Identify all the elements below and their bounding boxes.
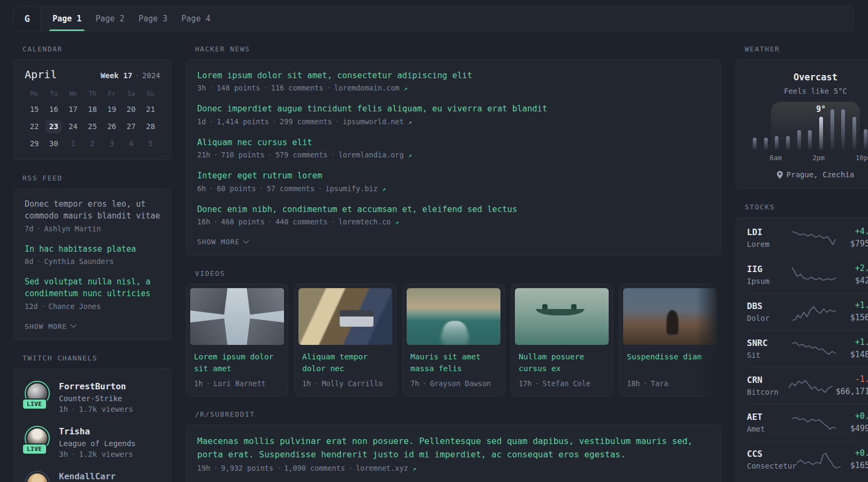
rss-show-more-button[interactable]: SHOW MORE	[25, 322, 76, 330]
stock-row[interactable]: AHS+0.46%	[747, 478, 868, 482]
rss-item-title[interactable]: Sed volutpat nulla nisl, a condimentum n…	[25, 276, 160, 300]
twitch-channel-meta: 1h·1.7k viewers	[59, 405, 133, 413]
stocks-section-label: STOCKS	[745, 203, 868, 211]
weather-location[interactable]: Prague, Czechia	[748, 170, 868, 179]
calendar-day[interactable]: 27	[123, 120, 139, 133]
video-card[interactable]: Nullam posuere cursus ex17h·Stefan Cole	[511, 284, 613, 396]
calendar-section-label: CALENDAR	[23, 45, 171, 53]
meta-part: 3h	[59, 450, 68, 458]
video-card[interactable]: Aliquam tempor dolor nec pharetra…1h·Mol…	[294, 284, 396, 396]
hackernews-item-title[interactable]: Donec imperdiet augue tincidunt felis al…	[197, 103, 710, 115]
video-title[interactable]: Suspendisse diam	[627, 351, 713, 375]
video-thumbnail	[298, 288, 392, 345]
calendar-day[interactable]: 29	[26, 137, 42, 150]
hackernews-item: Integer eget rutrum lorem6h·60 points·57…	[197, 170, 710, 192]
twitch-channel-game: Counter-Strike	[59, 394, 133, 403]
dot-separator: ·	[318, 184, 322, 193]
calendar-day[interactable]: 22	[26, 120, 42, 133]
tab-page-2[interactable]: Page 2	[88, 7, 131, 31]
video-card[interactable]: Lorem ipsum dolor sit amet consectetu…1h…	[186, 284, 288, 396]
stock-price: $795.18	[839, 239, 868, 248]
item-domain-link[interactable]: ipsumworld.net ↗	[343, 117, 412, 126]
hackernews-item-title[interactable]: Integer eget rutrum lorem	[197, 170, 710, 182]
hackernews-item-title[interactable]: Aliquam nec cursus elit	[197, 137, 710, 148]
weather-bar	[841, 109, 845, 150]
calendar-day[interactable]: 21	[143, 103, 159, 116]
calendar-day[interactable]: 5	[143, 137, 159, 150]
weather-hour-label: 6am	[769, 154, 782, 162]
calendar-day[interactable]: 26	[104, 120, 120, 133]
dot-separator: ·	[206, 379, 210, 388]
video-card[interactable]: Suspendisse diam18h·Tara	[619, 284, 721, 396]
calendar-day[interactable]: 16	[46, 103, 62, 116]
video-title[interactable]: Aliquam tempor dolor nec pharetra…	[302, 351, 388, 375]
calendar-day[interactable]: 30	[46, 137, 62, 150]
dashboard-page: G Page 1Page 2Page 3Page 4 CALENDAR Apri…	[0, 0, 868, 482]
calendar-day[interactable]: 2	[84, 137, 100, 150]
calendar-day[interactable]: 20	[123, 103, 139, 116]
stock-id: DBSDolor	[747, 301, 792, 322]
calendar-day[interactable]: 25	[84, 120, 100, 133]
weather-bar	[797, 130, 801, 150]
stock-sparkline	[792, 265, 838, 285]
tab-page-3[interactable]: Page 3	[131, 7, 174, 31]
video-thumbnail	[190, 288, 284, 345]
meta-part: 21h	[197, 150, 210, 159]
video-title[interactable]: Lorem ipsum dolor sit amet consectetu…	[194, 351, 280, 375]
stock-name: Lorem	[747, 240, 792, 248]
app-logo[interactable]: G	[14, 7, 41, 31]
hackernews-item-title[interactable]: Lorem ipsum dolor sit amet, consectetur …	[197, 70, 710, 81]
stock-row[interactable]: SNRCSit+1.36%$148.64	[747, 330, 868, 367]
calendar-day[interactable]: 18	[84, 103, 100, 116]
calendar-day[interactable]: 17	[65, 103, 81, 116]
stock-change: +1.42%	[839, 300, 868, 310]
avatar-photo	[27, 473, 47, 482]
item-domain-link[interactable]: loremtech.co ↗	[339, 217, 399, 226]
calendar-day[interactable]: 19	[104, 103, 120, 116]
item-domain-link[interactable]: ipsumify.biz ↗	[325, 184, 386, 193]
weather-bar	[764, 138, 768, 150]
external-link-icon: ↗	[408, 152, 412, 159]
dot-separator: ·	[276, 464, 281, 472]
meta-part: 1h	[302, 379, 311, 388]
meta-part: Cynthia Saunders	[44, 257, 114, 266]
tab-page-1[interactable]: Page 1	[46, 7, 88, 31]
calendar-day[interactable]: 28	[143, 120, 159, 133]
twitch-channel-row[interactable]: LIVEForrestBurtonCounter-Strike1h·1.7k v…	[25, 381, 160, 413]
item-domain-link[interactable]: loremdomain.com ↗	[334, 84, 408, 92]
calendar-day-grid: 1516171819202122232425262728293012345	[25, 103, 160, 150]
calendar-day[interactable]: 4	[123, 137, 139, 150]
calendar-day[interactable]: 3	[104, 137, 120, 150]
calendar-day[interactable]: 15	[26, 103, 42, 116]
rss-item-title[interactable]: Donec tempor eros leo, ut commodo mauris…	[25, 199, 160, 222]
calendar-day[interactable]: 23	[46, 120, 62, 133]
calendar-day[interactable]: 1	[65, 137, 81, 150]
stock-row[interactable]: DBSDolor+1.42%$156.28	[747, 293, 868, 330]
external-link-icon: ↗	[413, 465, 416, 472]
subreddit-post-title[interactable]: Maecenas mollis pulvinar erat non posuer…	[197, 435, 710, 462]
weather-hour-label	[802, 154, 812, 162]
twitch-channel-row[interactable]: LIVETrishaLeague of Legends3h·1.2k viewe…	[25, 426, 160, 458]
video-title[interactable]: Mauris sit amet massa felis	[410, 351, 497, 375]
twitch-channel-row[interactable]: KendallCarr	[25, 471, 160, 482]
stock-row[interactable]: CCSConsectetur+0.51%$165.84	[747, 441, 868, 478]
page-tabs: Page 1Page 2Page 3Page 4	[41, 7, 218, 31]
stock-row[interactable]: IIGIpsum+2.84%$42.04	[747, 256, 868, 293]
stock-row[interactable]: AETAmet+0.92%$499.72	[747, 404, 868, 441]
thumb-shape	[667, 310, 679, 335]
tab-page-4[interactable]: Page 4	[175, 7, 218, 31]
rss-item-title[interactable]: In hac habitasse platea	[25, 244, 160, 255]
stock-row[interactable]: LDILorem+4.35%$795.18	[747, 220, 868, 256]
hackernews-show-more-button[interactable]: SHOW MORE	[197, 238, 248, 246]
calendar-weekday: Su	[141, 90, 160, 97]
weather-bar	[808, 130, 812, 150]
item-domain-link[interactable]: loremnet.xyz ↗	[356, 464, 416, 472]
calendar-day[interactable]: 24	[65, 120, 81, 133]
weather-bar-slot	[794, 108, 805, 150]
item-domain-link[interactable]: loremlandia.org ↗	[339, 150, 412, 159]
video-card[interactable]: Mauris sit amet massa felis7h·Grayson Da…	[402, 284, 505, 396]
weather-bar-slot	[804, 108, 815, 150]
hackernews-item-title[interactable]: Donec enim nibh, condimentum et accumsan…	[197, 204, 710, 215]
stock-row[interactable]: CRNBitcorn-1.00%$66,171.48	[747, 367, 868, 404]
video-title[interactable]: Nullam posuere cursus ex	[519, 351, 605, 375]
